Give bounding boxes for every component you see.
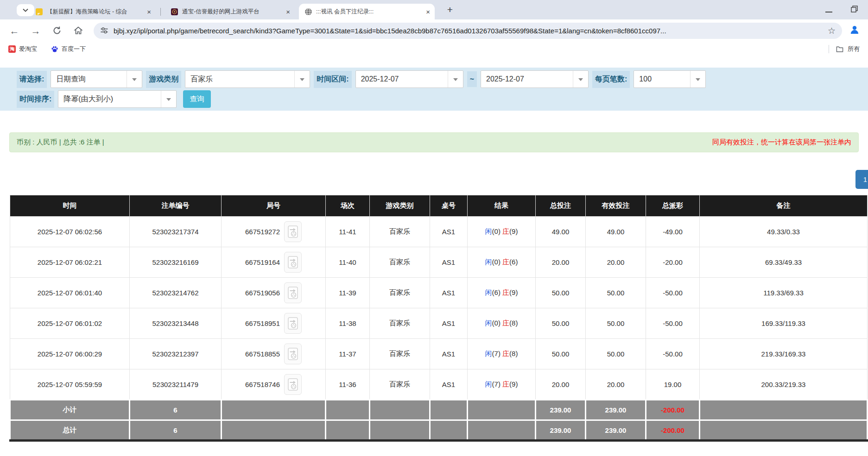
tab-title: :::视讯 会员下注纪录::: bbox=[316, 8, 420, 16]
close-tab-icon[interactable]: × bbox=[426, 8, 430, 15]
bookmark-star-icon[interactable]: ☆ bbox=[828, 25, 836, 36]
video-replay-button[interactable] bbox=[284, 313, 302, 334]
column-header-5: 桌号 bbox=[430, 195, 468, 217]
date-from-dropdown[interactable]: 2025-12-07 bbox=[355, 70, 463, 88]
tab-forum[interactable]: 【新提醒】海燕策略论坛 - 综合 × bbox=[30, 4, 156, 19]
valid-bet-cell: 50.00 bbox=[586, 308, 646, 339]
session-cell: 11-37 bbox=[326, 339, 370, 369]
url-bar[interactable]: bjbj.xyz/ipl/portal.php/game/betrecord_s… bbox=[94, 23, 842, 39]
banker-result: 庄 bbox=[502, 288, 509, 296]
chevron-down-icon bbox=[573, 71, 588, 87]
bet-record-table: 时间注单编号局号场次游戏类别桌号结果总投注有效投注总派彩备注 2025-12-0… bbox=[9, 195, 868, 442]
folder-icon bbox=[836, 45, 843, 53]
home-icon bbox=[74, 26, 83, 35]
window-controls bbox=[825, 6, 858, 14]
footer-total-bet-cell: 239.00 bbox=[536, 420, 586, 441]
bookmark-label: 爱淘宝 bbox=[19, 45, 37, 53]
table-no-cell: AS1 bbox=[430, 308, 468, 339]
footer-total-bet-cell: 239.00 bbox=[536, 400, 586, 420]
query-type-dropdown[interactable]: 日期查询 bbox=[51, 70, 142, 88]
result-cell: 闲(7) 庄(9) bbox=[468, 369, 536, 400]
session-cell: 11-36 bbox=[326, 369, 370, 400]
video-replay-button[interactable] bbox=[284, 344, 302, 364]
footer-empty-cell bbox=[430, 420, 468, 441]
remark-cell: 219.33/169.33 bbox=[700, 339, 868, 369]
remark-cell: 49.33/0.33 bbox=[700, 217, 868, 247]
bet-id-cell: 523023217374 bbox=[130, 217, 222, 247]
home-button[interactable] bbox=[72, 26, 84, 35]
payout-cell: 19.00 bbox=[646, 369, 700, 400]
reload-button[interactable] bbox=[51, 26, 63, 35]
bookmark-taobao[interactable]: 淘 爱淘宝 bbox=[8, 45, 37, 53]
game-type-dropdown[interactable]: 百家乐 bbox=[185, 70, 310, 88]
filter-row-2: 时间排序: 降幂(由大到小) 查询 bbox=[17, 90, 211, 108]
table-row: 2025-12-07 06:02:21523023216169667519164… bbox=[10, 247, 868, 278]
result-cell: 闲(0) 庄(9) bbox=[468, 217, 536, 247]
tab-betrecord-active[interactable]: :::视讯 会员下注纪录::: × bbox=[299, 4, 435, 19]
footer-empty-cell bbox=[222, 400, 326, 420]
bookmark-baidu[interactable]: 百度一下 bbox=[51, 45, 86, 53]
valid-bet-cell: 20.00 bbox=[586, 369, 646, 400]
pagination-page-1[interactable]: 1 bbox=[855, 170, 868, 189]
reload-icon bbox=[52, 26, 62, 35]
video-file-icon bbox=[288, 317, 298, 330]
game-type-cell: 百家乐 bbox=[370, 247, 430, 278]
minimize-button[interactable] bbox=[825, 6, 832, 14]
footer-empty-cell bbox=[700, 420, 868, 441]
video-replay-button[interactable] bbox=[284, 282, 302, 303]
footer-count-cell: 6 bbox=[130, 400, 222, 420]
search-button[interactable]: 查询 bbox=[183, 90, 211, 108]
profile-avatar-icon[interactable] bbox=[849, 25, 860, 37]
valid-bet-cell: 20.00 bbox=[586, 247, 646, 278]
banker-result: 庄 bbox=[502, 227, 509, 235]
remark-cell: 169.33/119.33 bbox=[700, 308, 868, 339]
restore-button[interactable] bbox=[851, 6, 858, 14]
table-no-cell: AS1 bbox=[430, 369, 468, 400]
bet-id-cell: 523023212397 bbox=[130, 339, 222, 369]
back-button[interactable]: ← bbox=[8, 26, 20, 36]
close-tab-icon[interactable]: × bbox=[147, 8, 151, 15]
time-cell: 2025-12-07 06:01:40 bbox=[10, 278, 130, 308]
all-bookmarks-button[interactable]: 所有 bbox=[829, 45, 860, 53]
close-tab-icon[interactable]: × bbox=[286, 8, 290, 15]
game-type-cell: 百家乐 bbox=[370, 308, 430, 339]
video-replay-button[interactable] bbox=[284, 374, 302, 395]
result-cell: 闲(0) 庄(6) bbox=[468, 247, 536, 278]
tab-tongbao[interactable]: 通宝-信誉最好的网上游戏平台 × bbox=[165, 4, 295, 19]
bookmarks-bar: 淘 爱淘宝 百度一下 所有 bbox=[0, 42, 868, 56]
bookmarks-divider bbox=[829, 45, 829, 53]
round-cell: 667518746 bbox=[222, 369, 326, 400]
tab-separator bbox=[160, 8, 161, 16]
valid-bet-cell: 50.00 bbox=[586, 339, 646, 369]
tab-strip: 【新提醒】海燕策略论坛 - 综合 × 通宝-信誉最好的网上游戏平台 × :::视… bbox=[0, 0, 868, 19]
round-cell: 667518855 bbox=[222, 339, 326, 369]
footer-valid-bet-cell: 239.00 bbox=[586, 400, 646, 420]
total-bet-cell: 20.00 bbox=[536, 247, 586, 278]
footer-empty-cell bbox=[430, 400, 468, 420]
payout-cell: -20.00 bbox=[646, 247, 700, 278]
url-text[interactable]: bjbj.xyz/ipl/portal.php/game/betrecord_s… bbox=[114, 27, 823, 35]
session-cell: 11-39 bbox=[326, 278, 370, 308]
player-result: 闲 bbox=[485, 319, 492, 327]
player-result: 闲 bbox=[485, 227, 492, 235]
round-number: 667518746 bbox=[245, 381, 280, 388]
chevron-down-icon bbox=[127, 71, 142, 87]
game-type-cell: 百家乐 bbox=[370, 339, 430, 369]
date-to-dropdown[interactable]: 2025-12-07 bbox=[481, 70, 589, 88]
baidu-paw-icon bbox=[51, 45, 58, 53]
new-tab-button[interactable]: + bbox=[444, 4, 456, 16]
page-size-dropdown[interactable]: 100 bbox=[634, 70, 706, 88]
round-cell: 667519056 bbox=[222, 278, 326, 308]
video-replay-button[interactable] bbox=[284, 252, 302, 273]
column-header-7: 总投注 bbox=[536, 195, 586, 217]
column-header-8: 有效投注 bbox=[586, 195, 646, 217]
forward-button[interactable]: → bbox=[30, 26, 42, 36]
table-row: 2025-12-07 06:00:29523023212397667518855… bbox=[10, 339, 868, 369]
round-number: 667519272 bbox=[245, 228, 280, 236]
footer-label-cell: 小计 bbox=[10, 400, 130, 420]
sort-dropdown[interactable]: 降幂(由大到小) bbox=[58, 90, 177, 108]
footer-count-cell: 6 bbox=[130, 420, 222, 441]
video-replay-button[interactable] bbox=[284, 221, 302, 242]
total-bet-cell: 50.00 bbox=[536, 339, 586, 369]
player-result: 闲 bbox=[485, 350, 492, 357]
